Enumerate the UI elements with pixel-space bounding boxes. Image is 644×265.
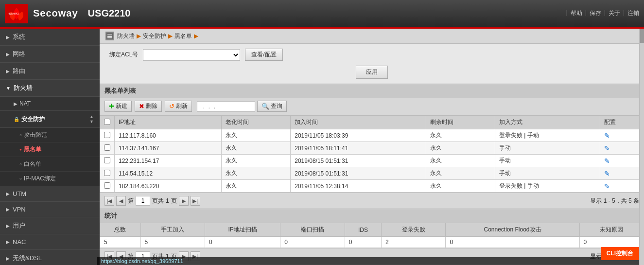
sidebar-item-nat[interactable]: ▶ NAT: [0, 97, 100, 111]
breadcrumb-blacklist[interactable]: 黑名单: [174, 32, 192, 40]
search-input[interactable]: [197, 101, 255, 112]
help-link[interactable]: 帮助: [571, 9, 582, 18]
row-checkbox[interactable]: [104, 157, 110, 163]
sidebar-item-label: 用户: [13, 221, 25, 230]
refresh-button[interactable]: ↺ 刷新: [165, 101, 192, 112]
sidebar-item-whitelist[interactable]: 白名单: [0, 157, 100, 172]
scroll-indicator: ▲ ▼: [89, 114, 94, 124]
last-page-button[interactable]: ▶|: [191, 196, 200, 206]
cell-remaining: 永久: [426, 180, 495, 193]
first-page-button[interactable]: |◀: [104, 196, 114, 206]
stats-pagination: |◀ ◀ 第 页共 1 页 ▶ ▶| 显示 1 - 1，共 1 条: [100, 248, 644, 264]
prev-page-button[interactable]: ◀: [116, 196, 126, 206]
sidebar-item-nac[interactable]: ▶ NAC: [0, 234, 100, 250]
edit-icon[interactable]: ✎: [604, 182, 610, 190]
arrow-icon: ▶: [6, 239, 10, 245]
logo-area: HUAWEI Secoway USG2210: [5, 4, 130, 23]
cell-aging: 永久: [221, 155, 290, 167]
apply-button[interactable]: 应用: [356, 66, 388, 79]
cell-remaining: 永久: [426, 129, 495, 142]
svg-rect-2: [107, 35, 112, 35]
row-checkbox[interactable]: [104, 144, 110, 151]
sidebar-item-attack[interactable]: 攻击防范: [0, 128, 100, 142]
search-icon: 🔍: [261, 103, 269, 110]
sidebar-item-utm[interactable]: ▶ UTM: [0, 186, 100, 202]
edit-icon[interactable]: ✎: [604, 157, 610, 165]
sidebar-item-network[interactable]: ▶ 网络: [0, 46, 100, 63]
page-input[interactable]: [136, 196, 150, 206]
stats-prev-page-button[interactable]: ◀: [116, 251, 126, 261]
sidebar-item-routing[interactable]: ▶ 路由: [0, 63, 100, 80]
sidebar-item-vpn[interactable]: ▶ VPN: [0, 202, 100, 217]
edit-icon[interactable]: ✎: [604, 170, 610, 177]
table-row: 182.184.63.220 永久 2019/11/05 12:38:14 永久…: [100, 180, 644, 193]
row-checkbox[interactable]: [104, 182, 110, 189]
main-layout: ▶ 系统 ▶ 网络 ▶ 路由 ▼ 防火墙 ▶ NAT 🔒 安全防护: [0, 29, 644, 265]
breadcrumb-firewall[interactable]: 防火墙: [117, 32, 135, 40]
next-page-button[interactable]: ▶: [179, 196, 189, 206]
refresh-label: 刷新: [176, 102, 188, 110]
sidebar-item-label: VPN: [13, 206, 26, 213]
sidebar-item-user[interactable]: ▶ 用户: [0, 217, 100, 234]
save-link[interactable]: 保存: [590, 9, 601, 18]
stats-first-page-button[interactable]: |◀: [104, 251, 114, 261]
sidebar-item-system[interactable]: ▶ 系统: [0, 29, 100, 46]
sidebar-item-wireless[interactable]: ▶ 无线&DSL: [0, 250, 100, 265]
sidebar-item-blacklist[interactable]: 黑名单: [0, 142, 100, 157]
scrollbar[interactable]: [639, 29, 644, 265]
edit-icon[interactable]: ✎: [604, 144, 610, 152]
search-button[interactable]: 🔍 查询: [257, 101, 287, 112]
select-all-checkbox[interactable]: [104, 119, 110, 125]
sidebar-item-label: 攻击防范: [24, 131, 47, 139]
sidebar-item-label: 黑名单: [24, 145, 41, 154]
stats-total-pages: 1: [166, 253, 169, 260]
stats-cell: 5: [100, 237, 141, 248]
sidebar-sub2: 攻击防范 黑名单 白名单 IP-MAC绑定: [0, 128, 100, 186]
sidebar-item-label: NAT: [19, 100, 31, 107]
blacklist-title: 黑名单列表: [104, 87, 136, 94]
col-checkbox: [100, 116, 115, 129]
model-name: USG2210: [88, 8, 131, 19]
scrollbar-thumb[interactable]: [640, 29, 644, 43]
stats-last-page-button[interactable]: ▶|: [191, 251, 200, 261]
edit-icon[interactable]: ✎: [604, 132, 610, 140]
breadcrumb-sep-1: ▶: [137, 33, 141, 39]
acl-select[interactable]: [143, 49, 240, 61]
stats-cell: 2: [382, 237, 446, 248]
table-row: 122.231.154.17 永久 2019/08/15 01:51:31 永久…: [100, 155, 644, 167]
table-row: 112.117.8.160 永久 2019/11/05 18:03:39 永久 …: [100, 129, 644, 142]
stats-section-header: 统计: [100, 209, 644, 223]
cell-config: ✎: [600, 142, 644, 155]
sidebar-item-ipmac[interactable]: IP-MAC绑定: [0, 172, 100, 186]
add-button[interactable]: ✚ 新建: [104, 101, 132, 112]
row-checkbox[interactable]: [104, 170, 110, 176]
stats-table: 总数手工加入IP地址扫描端口扫描IDS登录失败Connection Flood攻…: [100, 223, 644, 248]
row-checkbox[interactable]: [104, 132, 110, 138]
stats-page-input[interactable]: [136, 251, 150, 261]
header: HUAWEI Secoway USG2210 | 帮助 | 保存 | 关于 | …: [0, 0, 644, 27]
delete-button[interactable]: ✖ 删除: [135, 101, 162, 112]
acl-row: 绑定ACL号 查看/配置: [109, 49, 634, 61]
cell-config: ✎: [600, 129, 644, 142]
sidebar-item-security[interactable]: 🔒 安全防护 ▲ ▼: [0, 111, 100, 128]
about-link[interactable]: 关于: [609, 9, 620, 18]
security-icon: 🔒: [14, 117, 19, 122]
svg-text:HUAWEI: HUAWEI: [8, 12, 19, 15]
logout-link[interactable]: 注销: [627, 9, 639, 18]
arrow-icon: ▶: [6, 207, 10, 212]
stats-title: 统计: [104, 212, 117, 219]
sidebar-item-label: UTM: [13, 190, 26, 197]
breadcrumb-security[interactable]: 安全防护: [143, 32, 166, 40]
stats-next-page-button[interactable]: ▶: [179, 251, 189, 261]
view-config-button[interactable]: 查看/配置: [245, 49, 282, 61]
page-info: 显示 1 - 5，共 5 条: [590, 197, 639, 205]
col-remaining: 剩余时间: [426, 116, 495, 129]
stats-cell: 0: [205, 237, 280, 248]
nat-icon: ▶: [14, 101, 17, 106]
cell-add-time: 2019/11/05 12:38:14: [291, 180, 426, 193]
blacklist-pagination: |◀ ◀ 第 页共 1 页 ▶ ▶| 显示 1 - 5，共 5 条: [100, 193, 644, 209]
sidebar-item-firewall[interactable]: ▼ 防火墙: [0, 80, 100, 97]
cli-button[interactable]: CLI控制台: [601, 247, 639, 260]
header-nav: | 帮助 | 保存 | 关于 | 注销: [566, 9, 640, 18]
search-area: 🔍 查询: [197, 101, 287, 112]
